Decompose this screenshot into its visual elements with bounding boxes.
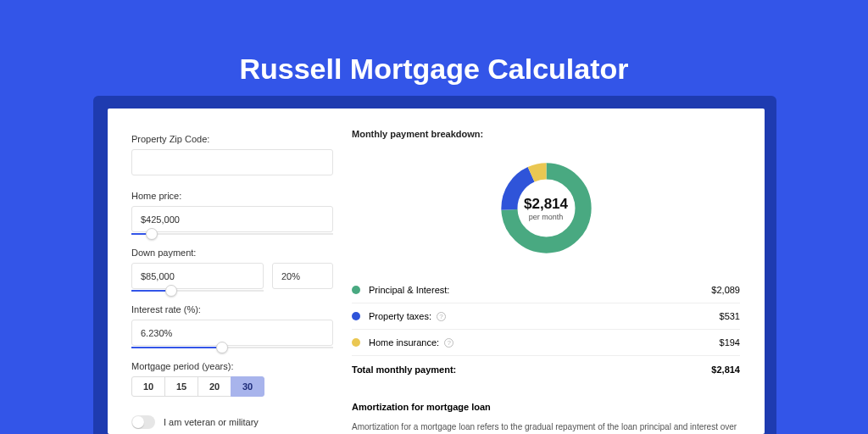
- veteran-label: I am veteran or military: [164, 417, 259, 427]
- breakdown-total: Total monthly payment: $2,814: [352, 356, 740, 387]
- period-option-10[interactable]: 10: [131, 376, 165, 397]
- line-value: $194: [720, 337, 740, 348]
- line-label: Home insurance:: [369, 337, 439, 348]
- interest-input[interactable]: [131, 320, 333, 346]
- form-panel: Property Zip Code: Home price: Down paym…: [131, 134, 333, 429]
- amortization-text: Amortization for a mortgage loan refers …: [352, 420, 740, 434]
- line-label: Property taxes:: [369, 311, 431, 321]
- breakdown-title: Monthly payment breakdown:: [352, 129, 740, 146]
- period-label: Mortgage period (years):: [131, 361, 333, 371]
- donut-amount: $2,814: [524, 196, 568, 213]
- page-title: Russell Mortgage Calculator: [0, 53, 868, 86]
- veteran-row: I am veteran or military: [131, 415, 333, 429]
- calculator-card: Property Zip Code: Home price: Down paym…: [108, 108, 765, 434]
- down-payment-field: Down payment:: [131, 248, 333, 289]
- interest-slider[interactable]: [131, 347, 333, 348]
- zip-input[interactable]: [131, 149, 333, 175]
- period-options: 10 15 20 30: [131, 376, 333, 397]
- veteran-toggle[interactable]: [131, 415, 155, 429]
- home-price-field: Home price:: [131, 191, 333, 232]
- zip-label: Property Zip Code:: [131, 134, 333, 144]
- breakdown-line-insurance: Home insurance: ? $194: [352, 330, 740, 356]
- down-payment-pct-input[interactable]: [272, 263, 333, 289]
- interest-field: Interest rate (%):: [131, 304, 333, 346]
- zip-field: Property Zip Code:: [131, 134, 333, 175]
- toggle-knob-icon: [132, 416, 144, 428]
- down-payment-input[interactable]: [131, 263, 264, 289]
- period-option-15[interactable]: 15: [164, 376, 198, 397]
- line-value: $531: [720, 311, 740, 321]
- home-price-slider[interactable]: [131, 233, 333, 235]
- dot-icon: [352, 286, 360, 294]
- slider-thumb-icon[interactable]: [216, 342, 228, 353]
- donut-chart: $2,814 per month: [352, 151, 740, 265]
- breakdown-panel: Monthly payment breakdown: $2,814 per mo…: [352, 129, 740, 434]
- breakdown-line-principal: Principal & Interest: $2,089: [352, 277, 740, 303]
- period-option-20[interactable]: 20: [198, 376, 231, 397]
- help-icon[interactable]: ?: [444, 338, 453, 348]
- total-label: Total monthly payment:: [352, 364, 456, 375]
- slider-thumb-icon[interactable]: [146, 228, 158, 240]
- dot-icon: [352, 338, 360, 347]
- line-label: Principal & Interest:: [369, 285, 449, 295]
- donut-sub: per month: [529, 213, 564, 221]
- down-payment-label: Down payment:: [131, 248, 333, 258]
- home-price-label: Home price:: [131, 191, 333, 201]
- down-payment-slider[interactable]: [131, 290, 264, 292]
- amortization-title: Amortization for mortgage loan: [352, 402, 740, 412]
- dot-icon: [352, 312, 360, 320]
- help-icon[interactable]: ?: [437, 312, 446, 321]
- line-value: $2,089: [711, 285, 740, 295]
- interest-label: Interest rate (%):: [131, 304, 333, 314]
- slider-thumb-icon[interactable]: [165, 285, 177, 297]
- total-value: $2,814: [711, 364, 740, 375]
- home-price-input[interactable]: [131, 206, 333, 232]
- period-option-30[interactable]: 30: [231, 376, 264, 397]
- breakdown-line-taxes: Property taxes: ? $531: [352, 303, 740, 330]
- period-field: Mortgage period (years): 10 15 20 30: [131, 361, 333, 397]
